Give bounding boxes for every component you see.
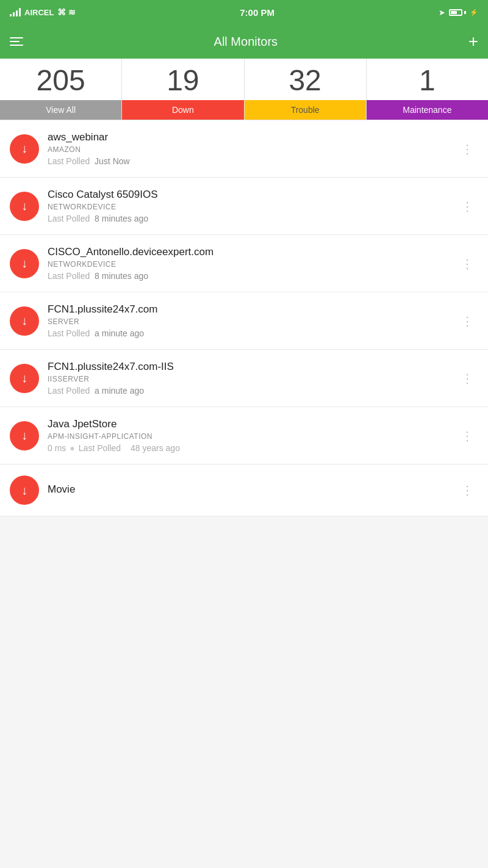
monitor-details: aws_webinar AMAZON Last Polled Just Now [48, 131, 456, 166]
more-options-button[interactable]: ⋮ [456, 426, 478, 446]
more-options-button[interactable]: ⋮ [456, 197, 478, 216]
monitor-item[interactable]: ↓ Cisco Catalyst 6509IOS NETWORKDEVICE L… [0, 178, 488, 235]
down-arrow-icon: ↓ [21, 429, 27, 443]
poll-info: Last Polled Just Now [48, 156, 456, 166]
monitor-name: CISCO_Antonello.deviceexpert.com [48, 246, 456, 258]
monitor-item[interactable]: ↓ CISCO_Antonello.deviceexpert.com NETWO… [0, 235, 488, 292]
status-right: ➤ ⚡ [439, 8, 478, 17]
monitor-status-icon: ↓ [10, 249, 39, 278]
poll-time: 8 minutes ago [95, 214, 148, 223]
more-options-button[interactable]: ⋮ [456, 480, 478, 500]
status-left: AIRCEL ⌘ ≋ [10, 7, 76, 17]
stat-trouble[interactable]: 32 Trouble [245, 59, 367, 120]
poll-label: Last Polled [48, 386, 90, 396]
down-arrow-icon: ↓ [21, 371, 27, 385]
monitor-item[interactable]: ↓ FCN1.plussite24x7.com-IIS IISSERVER La… [0, 350, 488, 407]
poll-time: 8 minutes ago [95, 271, 148, 281]
poll-label: Last Polled [48, 271, 90, 281]
poll-time: a minute ago [95, 328, 144, 338]
status-time: 7:00 PM [240, 7, 274, 18]
monitor-extras: 0 ms ● Last Polled 48 years ago [48, 443, 456, 453]
monitor-details: FCN1.plussite24x7.com SERVER Last Polled… [48, 303, 456, 338]
monitor-item[interactable]: ↓ Movie ⋮ [0, 465, 488, 516]
poll-label: Last Polled [48, 214, 90, 223]
monitor-item[interactable]: ↓ Java JpetStore APM-Insight-Application… [0, 407, 488, 465]
stat-maintenance[interactable]: 1 Maintenance [367, 59, 488, 120]
stat-trouble-number: 32 [289, 59, 321, 100]
monitor-name: Movie [48, 483, 456, 496]
monitor-type: IISSERVER [48, 375, 456, 383]
down-arrow-icon: ↓ [21, 483, 27, 497]
page-title: All Monitors [214, 35, 278, 49]
monitor-name: Cisco Catalyst 6509IOS [48, 189, 456, 201]
stat-trouble-label: Trouble [245, 100, 366, 120]
separator: ● [70, 443, 74, 453]
stat-maintenance-number: 1 [419, 59, 436, 100]
stat-down-label: Down [122, 100, 243, 120]
poll-time: a minute ago [95, 386, 144, 396]
down-arrow-icon: ↓ [21, 314, 27, 328]
more-options-button[interactable]: ⋮ [456, 311, 478, 331]
signal-icon [10, 8, 21, 16]
monitor-details: Movie [48, 483, 456, 497]
monitor-item[interactable]: ↓ aws_webinar AMAZON Last Polled Just No… [0, 120, 488, 178]
poll-time: Just Now [95, 156, 130, 166]
stat-all-number: 205 [37, 59, 85, 100]
monitor-name: FCN1.plussite24x7.com [48, 303, 456, 316]
monitor-type: AMAZON [48, 145, 456, 154]
monitor-list: ↓ aws_webinar AMAZON Last Polled Just No… [0, 120, 488, 516]
down-arrow-icon: ↓ [21, 256, 27, 270]
battery-icon [449, 9, 466, 16]
monitor-details: Cisco Catalyst 6509IOS NETWORKDEVICE Las… [48, 189, 456, 223]
poll-label: Last Polled [48, 328, 90, 338]
stat-down-number: 19 [167, 59, 199, 100]
monitor-details: FCN1.plussite24x7.com-IIS IISSERVER Last… [48, 361, 456, 396]
monitor-details: Java JpetStore APM-Insight-Application 0… [48, 418, 456, 453]
monitor-type: NETWORKDEVICE [48, 260, 456, 269]
stat-all[interactable]: 205 View All [0, 59, 122, 120]
monitor-status-icon: ↓ [10, 134, 39, 164]
monitor-type: SERVER [48, 317, 456, 326]
monitor-name: aws_webinar [48, 131, 456, 143]
poll-info: Last Polled 8 minutes ago [48, 271, 456, 281]
monitor-item[interactable]: ↓ FCN1.plussite24x7.com SERVER Last Poll… [0, 292, 488, 350]
poll-info: Last Polled a minute ago [48, 328, 456, 338]
menu-button[interactable] [10, 37, 23, 46]
poll-label: Last Polled [79, 443, 121, 453]
down-arrow-icon: ↓ [21, 199, 27, 213]
poll-label: Last Polled [48, 156, 90, 166]
monitor-name: FCN1.plussite24x7.com-IIS [48, 361, 456, 373]
monitor-status-icon: ↓ [10, 192, 39, 221]
monitor-status-icon: ↓ [10, 364, 39, 393]
monitor-details: CISCO_Antonello.deviceexpert.com NETWORK… [48, 246, 456, 281]
more-options-button[interactable]: ⋮ [456, 139, 478, 159]
stat-down[interactable]: 19 Down [122, 59, 244, 120]
poll-info: Last Polled a minute ago [48, 386, 456, 396]
wifi-icon: ⌘ ≋ [57, 7, 76, 17]
add-monitor-button[interactable]: + [468, 33, 478, 50]
stat-all-label: View All [0, 100, 121, 120]
poll-time: 48 years ago [131, 443, 180, 453]
response-time: 0 ms [48, 443, 66, 453]
charging-icon: ⚡ [470, 9, 478, 16]
monitor-name: Java JpetStore [48, 418, 456, 430]
monitor-status-icon: ↓ [10, 476, 39, 505]
monitor-type: APM-Insight-Application [48, 432, 456, 441]
stats-bar: 205 View All 19 Down 32 Trouble 1 Mainte… [0, 59, 488, 120]
monitor-status-icon: ↓ [10, 306, 39, 336]
stat-maintenance-label: Maintenance [367, 100, 488, 120]
monitor-type: NETWORKDEVICE [48, 203, 456, 211]
carrier-name: AIRCEL [24, 8, 54, 17]
location-icon: ➤ [439, 8, 445, 17]
more-options-button[interactable]: ⋮ [456, 254, 478, 273]
monitor-status-icon: ↓ [10, 421, 39, 450]
poll-info: Last Polled 8 minutes ago [48, 214, 456, 223]
down-arrow-icon: ↓ [21, 142, 27, 156]
app-header: All Monitors + [0, 24, 488, 59]
status-bar: AIRCEL ⌘ ≋ 7:00 PM ➤ ⚡ [0, 0, 488, 24]
more-options-button[interactable]: ⋮ [456, 369, 478, 388]
